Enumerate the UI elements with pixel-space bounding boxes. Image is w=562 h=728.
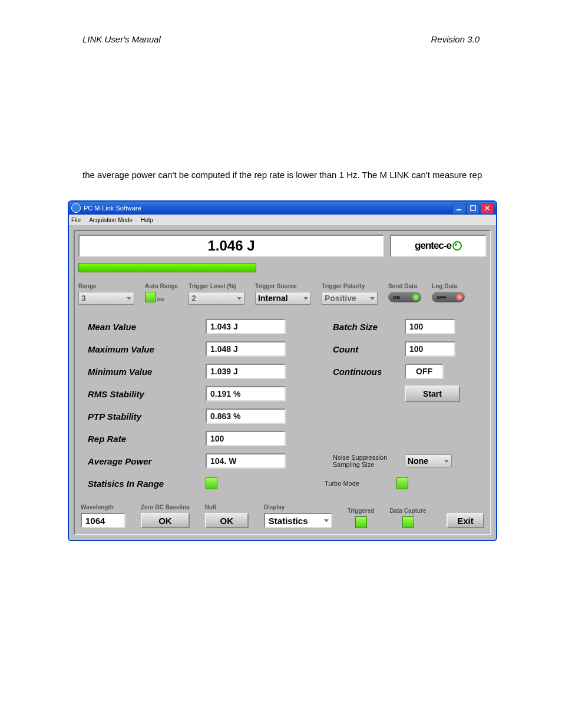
auto-range-indicator[interactable] — [145, 292, 156, 302]
max-value: 1.048 J — [206, 341, 286, 357]
rms-value: 0.191 % — [206, 386, 286, 401]
min-label: Minimum Value — [88, 367, 206, 377]
menubar: File Acquistion Mode Help — [69, 215, 496, 225]
turbo-indicator[interactable] — [396, 477, 408, 489]
count-value: 100 — [405, 341, 455, 357]
wavelength-input[interactable]: 1064 — [81, 513, 125, 528]
count-label: Count — [333, 344, 398, 354]
trigger-polarity-label: Trigger Polarity — [322, 283, 378, 289]
triggered-label: Triggered — [348, 508, 375, 514]
rep-value: 100 — [206, 431, 286, 446]
auto-range-label: Auto Range — [145, 283, 178, 289]
avg-label: Average Power — [88, 456, 206, 466]
display-dropdown[interactable]: Statistics — [264, 513, 332, 528]
range-dropdown[interactable]: 3 — [78, 292, 134, 305]
mean-label: Mean Value — [88, 322, 206, 332]
menu-help[interactable]: Help — [141, 217, 153, 223]
log-data-label: Log Data — [432, 283, 465, 289]
min-value: 1.039 J — [206, 364, 286, 379]
menu-file[interactable]: File — [71, 217, 81, 223]
noise-dropdown[interactable]: None — [405, 454, 452, 467]
menu-acquisition[interactable]: Acquistion Mode — [89, 217, 133, 223]
inrange-indicator — [206, 477, 217, 489]
mean-value: 1.043 J — [206, 319, 286, 334]
noise-label: Noise Suppression Sampling Size — [333, 454, 398, 468]
null-ok-button[interactable]: OK — [205, 513, 249, 528]
main-panel: 1.046 J gentec-e Range 3 Auto Range ON T… — [74, 230, 491, 535]
send-data-toggle[interactable] — [388, 292, 421, 302]
ptp-value: 0.863 % — [206, 409, 286, 424]
minimize-button[interactable] — [452, 203, 465, 214]
inrange-label: Statisics In Range — [88, 479, 206, 489]
trigger-polarity-dropdown[interactable]: Positive — [322, 292, 378, 305]
titlebar[interactable]: PC M-Link Software — [69, 202, 496, 215]
max-label: Maximum Value — [88, 344, 206, 354]
maximize-button[interactable] — [467, 203, 480, 214]
trigger-level-label: Trigger Level (%) — [189, 283, 244, 289]
level-bar — [78, 263, 256, 272]
triggered-indicator — [355, 516, 367, 528]
zero-ok-button[interactable]: OK — [141, 513, 190, 528]
batch-label: Batch Size — [333, 322, 398, 332]
send-data-label: Send Data — [388, 283, 421, 289]
svg-rect-0 — [457, 209, 461, 210]
trigger-level-dropdown[interactable]: 2 — [189, 292, 244, 305]
body-paragraph: the average power can't be computed if t… — [82, 170, 497, 180]
app-window: PC M-Link Software File Acquistion Mode … — [68, 200, 497, 541]
log-data-toggle[interactable] — [432, 292, 465, 302]
trigger-source-dropdown[interactable]: Internal — [255, 292, 311, 305]
continuous-label: Continuous — [333, 367, 398, 377]
range-label: Range — [78, 283, 134, 289]
wavelength-label: Wavelength — [81, 504, 125, 510]
capture-label: Data Capture — [389, 508, 426, 514]
rms-label: RMS Stability — [88, 389, 206, 399]
trigger-source-label: Trigger Source — [255, 283, 311, 289]
turbo-label: Turbo Mode — [325, 480, 389, 487]
capture-indicator[interactable] — [402, 516, 414, 528]
null-label: Null — [205, 504, 249, 510]
app-icon — [71, 203, 81, 213]
window-title: PC M-Link Software — [84, 205, 141, 212]
rep-label: Rep Rate — [88, 434, 206, 444]
start-button[interactable]: Start — [405, 386, 460, 402]
ptp-label: PTP Stability — [88, 411, 206, 421]
brand-logo: gentec-e — [390, 235, 487, 257]
main-readout: 1.046 J — [78, 235, 384, 257]
display-label: Display — [264, 504, 332, 510]
doc-header-left: LINK User's Manual — [82, 34, 431, 44]
zero-label: Zero DC Baseline — [141, 504, 190, 510]
batch-value[interactable]: 100 — [405, 319, 455, 334]
exit-button[interactable]: Exit — [447, 513, 484, 528]
avg-value: 104. W — [206, 453, 286, 469]
close-button[interactable] — [481, 203, 494, 214]
continuous-value[interactable]: OFF — [405, 364, 444, 379]
svg-rect-1 — [471, 206, 475, 210]
doc-header-right: Revision 3.0 — [431, 34, 480, 44]
